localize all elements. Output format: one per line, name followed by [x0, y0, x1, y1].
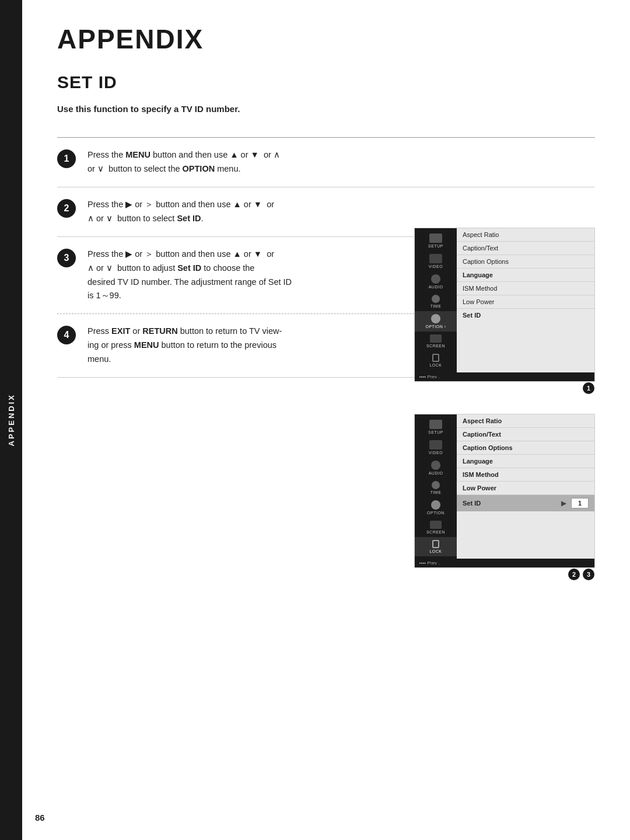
panel-1-annotation: 1	[583, 382, 594, 394]
menu-left-2-screen: SCREEN	[415, 518, 457, 537]
annotation-3: 3	[583, 569, 594, 580]
tv-panel-2: SETUP VIDEO AUDIO TIME OPTION	[414, 414, 595, 568]
tv-panel-1-inner: SETUP VIDEO AUDIO TIME OPTION ›	[415, 228, 594, 372]
step-1-number: 1	[57, 149, 76, 168]
menu-left-option: OPTION ›	[415, 311, 457, 332]
menu-item-2-set-id: Set ID ▶ 1	[457, 495, 594, 511]
tv-panel-1: SETUP VIDEO AUDIO TIME OPTION ›	[414, 228, 595, 382]
menu-item-2-low-power: Low Power	[457, 482, 594, 495]
menu-left-1: SETUP VIDEO AUDIO TIME OPTION ›	[415, 228, 457, 372]
menu-left-2-setup: SETUP	[415, 417, 457, 437]
menu-item-aspect-ratio: Aspect Ratio	[457, 228, 594, 242]
menu-item-2-caption-text: Caption/Text	[457, 428, 594, 441]
menu-left-2-audio: AUDIO	[415, 458, 457, 478]
menu-left-2-lock: LOCK	[415, 537, 457, 556]
menu-left-time: TIME	[415, 292, 457, 311]
menu-left-video: VIDEO	[415, 251, 457, 271]
menu-left-2: SETUP VIDEO AUDIO TIME OPTION	[415, 414, 457, 559]
menu-item-ism-method: ISM Method	[457, 282, 594, 295]
menu-item-language: Language	[457, 269, 594, 282]
section-title: SET ID	[57, 72, 595, 92]
menu-right-2: Aspect Ratio Caption/Text Caption Option…	[457, 414, 594, 559]
menu-right-1: Aspect Ratio Caption/Text Caption Option…	[457, 228, 594, 372]
step-1-row: 1 Press the MENU button and then use ▲ o…	[57, 137, 595, 187]
menu-left-2-time: TIME	[415, 478, 457, 497]
sidebar-label: APPENDIX	[7, 393, 16, 446]
menu-item-caption-options: Caption Options	[457, 255, 594, 269]
setid-value: 1	[571, 498, 589, 508]
panels-column: SETUP VIDEO AUDIO TIME OPTION ›	[414, 228, 595, 588]
annotation-2: 2	[568, 569, 580, 580]
menu-item-low-power: Low Power	[457, 295, 594, 309]
annotation-1: 1	[583, 382, 594, 394]
menu-item-2-aspect-ratio: Aspect Ratio	[457, 414, 594, 428]
menu-left-setup: SETUP	[415, 231, 457, 251]
step-2-number: 2	[57, 199, 76, 218]
page-number: 86	[35, 813, 45, 822]
menu-item-2-caption-options: Caption Options	[457, 441, 594, 455]
menu-item-caption-text: Caption/Text	[457, 242, 594, 255]
sidebar: APPENDIX	[0, 0, 22, 840]
panel-2-footer: ▪▪▪▪ Prev .	[415, 559, 594, 567]
panel-2-annotation: 2 3	[568, 569, 594, 580]
page-title: APPENDIX	[57, 23, 595, 55]
panel-1-footer: ▪▪▪▪ Prev .	[415, 372, 594, 381]
step-2-text: Press the ▶ or ＞ button and then use ▲ o…	[88, 198, 595, 226]
step-4-number: 4	[57, 326, 76, 344]
menu-left-audio: AUDIO	[415, 271, 457, 292]
menu-left-lock: LOCK	[415, 351, 457, 370]
menu-item-2-ism-method: ISM Method	[457, 468, 594, 482]
tv-panel-2-inner: SETUP VIDEO AUDIO TIME OPTION	[415, 414, 594, 559]
arrow-right-icon: ▶	[561, 500, 566, 507]
description: Use this function to specify a TV ID num…	[57, 104, 595, 114]
menu-item-set-id: Set ID	[457, 309, 594, 322]
menu-left-screen: SCREEN	[415, 332, 457, 351]
step-1-text: Press the MENU button and then use ▲ or …	[88, 148, 595, 176]
menu-left-2-option: OPTION	[415, 497, 457, 518]
menu-item-2-language: Language	[457, 455, 594, 468]
step-3-number: 3	[57, 249, 76, 267]
menu-left-2-video: VIDEO	[415, 437, 457, 458]
